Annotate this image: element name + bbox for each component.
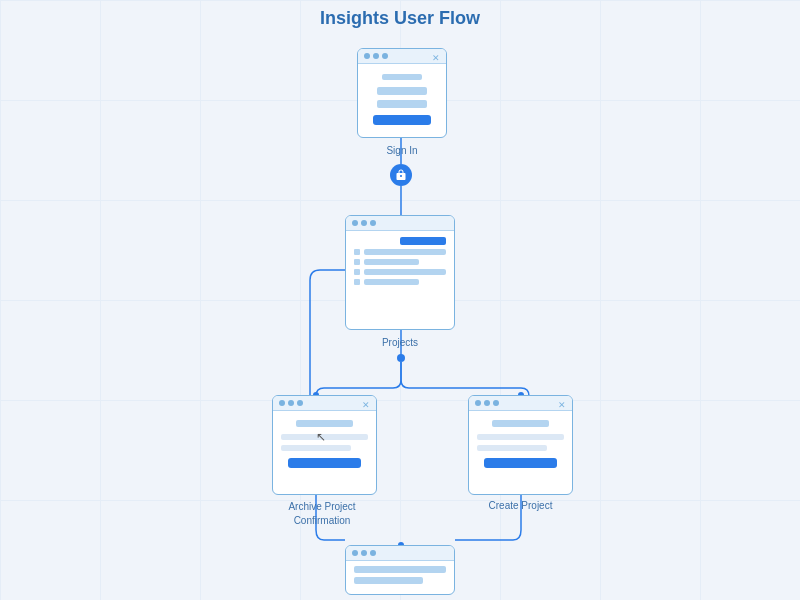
projects-list-dot-3 — [354, 269, 360, 275]
bottom-card-header — [346, 546, 454, 561]
projects-list-dot-2 — [354, 259, 360, 265]
bottom-header-dot-1 — [352, 550, 358, 556]
archive-title-bar — [296, 420, 353, 427]
signin-close-icon: ✕ — [432, 53, 440, 63]
projects-list-bar-4 — [364, 279, 419, 285]
projects-card — [345, 215, 455, 330]
bottom-card — [345, 545, 455, 595]
create-header-dot-3 — [493, 400, 499, 406]
projects-label: Projects — [345, 337, 455, 348]
signin-title-bar — [382, 74, 422, 80]
create-card-body — [469, 411, 572, 474]
create-card-header — [469, 396, 572, 411]
projects-title-bar — [400, 237, 446, 245]
projects-list-bar-1 — [364, 249, 446, 255]
lock-icon — [395, 169, 407, 181]
branch-dot — [397, 354, 405, 362]
signin-card-body — [358, 64, 446, 131]
header-dot-2 — [373, 53, 379, 59]
signin-field-bar-2 — [377, 100, 427, 108]
projects-header-dot-3 — [370, 220, 376, 226]
projects-header-dot-1 — [352, 220, 358, 226]
create-card: ✕ — [468, 395, 573, 495]
archive-btn-bar — [288, 458, 362, 468]
archive-card-header — [273, 396, 376, 411]
cursor-icon: ↖ — [316, 430, 326, 444]
create-btn-bar — [484, 458, 558, 468]
signin-field-bar-1 — [377, 87, 427, 95]
signin-label: Sign In — [357, 145, 447, 156]
archive-card: ✕ — [272, 395, 377, 495]
create-title-bar — [492, 420, 549, 427]
projects-list-bar-2 — [364, 259, 419, 265]
create-header-dot-2 — [484, 400, 490, 406]
lock-icon-node — [390, 164, 412, 186]
header-dot-3 — [382, 53, 388, 59]
page-title: Insights User Flow — [320, 8, 480, 29]
signin-btn-bar — [373, 115, 431, 125]
projects-list-row-2 — [354, 259, 446, 265]
projects-list-dot-4 — [354, 279, 360, 285]
projects-list-row-1 — [354, 249, 446, 255]
projects-card-header — [346, 216, 454, 231]
archive-close-icon: ✕ — [362, 400, 370, 410]
archive-field-2 — [281, 445, 351, 451]
archive-label: Archive ProjectConfirmation — [262, 500, 382, 528]
bottom-header-dot-3 — [370, 550, 376, 556]
bottom-bar-1 — [354, 566, 446, 573]
bottom-header-dot-2 — [361, 550, 367, 556]
archive-header-dot-1 — [279, 400, 285, 406]
projects-list-row-4 — [354, 279, 446, 285]
projects-header-dot-2 — [361, 220, 367, 226]
signin-card: ✕ — [357, 48, 447, 138]
archive-header-dot-2 — [288, 400, 294, 406]
projects-list-row-3 — [354, 269, 446, 275]
header-dot-1 — [364, 53, 370, 59]
create-header-dot-1 — [475, 400, 481, 406]
bottom-card-body — [346, 561, 454, 589]
create-field-2 — [477, 445, 547, 451]
bottom-bar-2 — [354, 577, 423, 584]
projects-list-dot-1 — [354, 249, 360, 255]
create-label: Create Project — [468, 500, 573, 511]
projects-card-body — [346, 231, 454, 291]
projects-list-bar-3 — [364, 269, 446, 275]
create-close-icon: ✕ — [558, 400, 566, 410]
archive-header-dot-3 — [297, 400, 303, 406]
create-field-1 — [477, 434, 564, 440]
